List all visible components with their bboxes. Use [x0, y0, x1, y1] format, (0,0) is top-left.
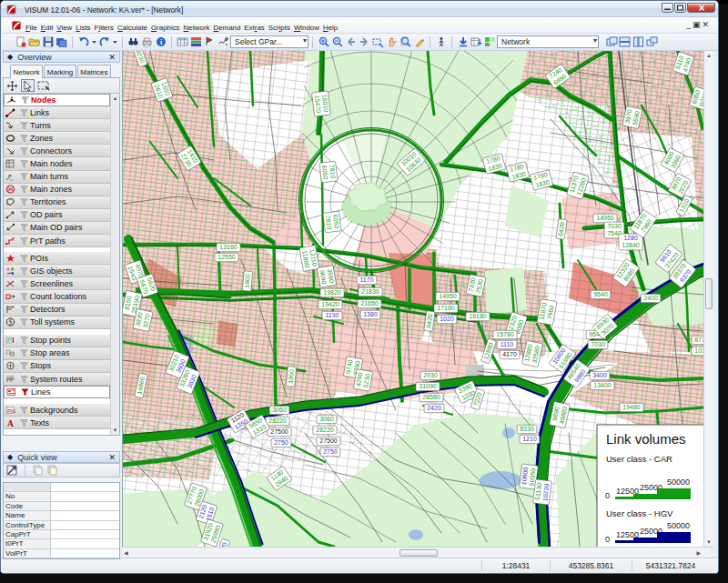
- svg-text:PiG: PiG: [7, 407, 15, 413]
- svg-text:14950: 14950: [439, 293, 457, 299]
- svg-text:0: 0: [605, 535, 610, 544]
- svg-text:21650: 21650: [360, 300, 379, 307]
- svg-text:16180: 16180: [469, 313, 487, 319]
- svg-text:15760: 15760: [496, 331, 514, 337]
- svg-text:13160: 13160: [219, 244, 238, 250]
- svg-text:28220: 28220: [268, 417, 287, 424]
- svg-text:Link volumes: Link volumes: [606, 431, 686, 447]
- svg-text:User class - CAR: User class - CAR: [606, 454, 672, 464]
- svg-text:28580: 28580: [422, 394, 440, 400]
- svg-text:14950: 14950: [596, 215, 614, 221]
- svg-text:12840: 12840: [622, 242, 640, 248]
- svg-text:7030: 7030: [607, 223, 622, 229]
- svg-text:27500: 27500: [319, 437, 338, 444]
- svg-text:13400: 13400: [593, 382, 612, 388]
- svg-text:2930: 2930: [423, 372, 438, 378]
- svg-text:21830: 21830: [361, 288, 379, 295]
- svg-text:A: A: [7, 418, 14, 427]
- svg-text:31090: 31090: [419, 383, 437, 389]
- svg-text:1210: 1210: [522, 436, 537, 442]
- svg-text:1170: 1170: [359, 276, 373, 283]
- svg-text:P: P: [7, 338, 11, 344]
- svg-text:3400: 3400: [592, 372, 607, 378]
- svg-text:1890: 1890: [288, 369, 295, 384]
- svg-text:19420: 19420: [321, 301, 339, 307]
- svg-text:1380: 1380: [363, 311, 378, 317]
- svg-text:2750: 2750: [323, 448, 338, 455]
- svg-text:1280: 1280: [623, 235, 638, 241]
- svg-text:50000: 50000: [667, 521, 690, 530]
- svg-text:8330: 8330: [520, 426, 534, 432]
- svg-text:3060: 3060: [272, 407, 287, 413]
- svg-text:19820: 19820: [323, 289, 341, 296]
- svg-text:7030: 7030: [591, 341, 605, 347]
- svg-text:27500: 27500: [270, 428, 288, 435]
- svg-text:3060: 3060: [319, 416, 334, 422]
- svg-text:4170: 4170: [502, 351, 517, 357]
- svg-text:19480: 19480: [622, 404, 641, 410]
- svg-text:1110: 1110: [500, 341, 514, 347]
- svg-text:17160: 17160: [437, 305, 455, 311]
- svg-text:1020: 1020: [440, 316, 454, 322]
- svg-text:P: P: [10, 377, 15, 383]
- svg-text:2420: 2420: [427, 405, 441, 411]
- svg-text:2750: 2750: [274, 439, 288, 446]
- svg-text:2400: 2400: [643, 295, 658, 301]
- svg-text:1800: 1800: [244, 274, 251, 288]
- svg-text:1190: 1190: [325, 312, 339, 318]
- svg-text:50000: 50000: [667, 477, 690, 487]
- svg-text:28220: 28220: [316, 427, 334, 433]
- svg-text:$: $: [9, 318, 13, 327]
- svg-text:12550: 12550: [217, 254, 236, 260]
- svg-text:9540: 9540: [593, 291, 608, 297]
- svg-text:User class - HGV: User class - HGV: [606, 508, 673, 518]
- svg-text:0: 0: [605, 491, 610, 500]
